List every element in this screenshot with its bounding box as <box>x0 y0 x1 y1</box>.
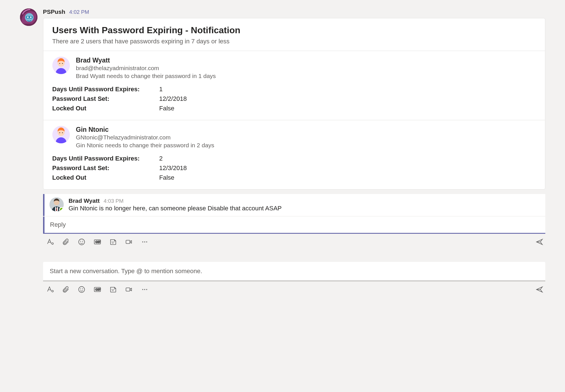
svg-point-8 <box>62 63 63 64</box>
reply-message: Brad Wyatt 4:03 PM Gin Ntonic is no long… <box>43 194 545 216</box>
presence-available-icon <box>59 207 64 211</box>
svg-point-36 <box>146 289 147 290</box>
svg-point-35 <box>144 289 145 290</box>
svg-point-31 <box>112 289 112 289</box>
svg-point-27 <box>80 289 81 289</box>
fact-label-days: Days Until Password Expires: <box>52 155 159 162</box>
svg-point-23 <box>142 241 143 242</box>
fact-label-days: Days Until Password Expires: <box>52 86 159 93</box>
svg-text:GIF: GIF <box>95 288 101 291</box>
fact-set: Days Until Password Expires: 2 Password … <box>52 154 536 182</box>
svg-point-17 <box>82 241 82 241</box>
thread: PSPush 4:02 PM Users With Password Expir… <box>20 8 545 190</box>
svg-point-32 <box>113 289 114 289</box>
fact-label-last-set: Password Last Set: <box>52 95 159 103</box>
reply-compose-bar: GIF <box>43 234 545 246</box>
svg-rect-33 <box>126 288 130 291</box>
fact-set: Days Until Password Expires: 1 Password … <box>52 84 536 113</box>
fact-value-locked: False <box>159 174 175 181</box>
sticker-icon[interactable] <box>109 285 117 294</box>
new-convo-compose-bar: GIF <box>43 281 545 294</box>
message-time: 4:02 PM <box>69 9 89 15</box>
gif-icon[interactable]: GIF <box>93 285 102 294</box>
svg-point-7 <box>59 63 60 64</box>
user-note: Gin Ntonic needs to change their passwor… <box>76 142 214 149</box>
user-email: brad@thelazyadministrator.com <box>76 65 216 72</box>
sticker-icon[interactable] <box>109 238 117 246</box>
fact-value-last-set: 12/2/2018 <box>159 95 187 103</box>
user-avatar <box>52 57 70 74</box>
svg-point-25 <box>146 241 147 242</box>
card-title: Users With Password Expiring - Notificat… <box>52 25 536 35</box>
svg-point-15 <box>79 239 84 245</box>
fact-label-last-set: Password Last Set: <box>52 164 159 172</box>
emoji-icon[interactable] <box>77 285 86 294</box>
svg-point-20 <box>112 242 112 242</box>
svg-rect-3 <box>27 17 29 18</box>
fact-value-last-set: 12/3/2018 <box>159 164 187 172</box>
fact-label-locked: Locked Out <box>52 174 159 181</box>
fact-value-days: 2 <box>159 155 163 162</box>
bot-avatar <box>20 8 37 26</box>
fact-label-locked: Locked Out <box>52 105 159 112</box>
card-user-section: Brad Wyatt brad@thelazyadministrator.com… <box>43 51 545 120</box>
user-note: Brad Wyatt needs to change their passwor… <box>76 73 216 79</box>
card-subtitle: There are 2 users that have passwords ex… <box>52 38 536 45</box>
message-header: PSPush 4:02 PM <box>43 8 545 15</box>
svg-point-11 <box>59 132 60 133</box>
svg-point-24 <box>144 241 145 242</box>
meet-now-icon[interactable] <box>125 238 133 246</box>
card-user-section: Gin Ntonic GNtonic@Thelazyadministrator.… <box>43 120 545 189</box>
svg-point-28 <box>82 289 82 289</box>
adaptive-card: Users With Password Expiring - Notificat… <box>43 18 545 190</box>
reply-time: 4:03 PM <box>104 198 124 204</box>
more-icon[interactable] <box>140 285 149 294</box>
reply-author: Brad Wyatt <box>69 197 100 204</box>
format-icon[interactable] <box>46 238 54 246</box>
new-conversation-input[interactable] <box>43 262 545 281</box>
svg-point-26 <box>79 287 84 293</box>
user-avatar <box>52 126 70 143</box>
attach-icon[interactable] <box>62 285 70 294</box>
svg-point-34 <box>142 289 143 290</box>
user-email: GNtonic@Thelazyadministrator.com <box>76 134 214 141</box>
more-icon[interactable] <box>140 238 149 246</box>
reply-text: Gin Ntonic is no longer here, can someon… <box>69 205 282 212</box>
svg-rect-22 <box>126 240 130 244</box>
send-icon[interactable] <box>535 285 544 294</box>
svg-rect-4 <box>30 17 32 18</box>
attach-icon[interactable] <box>62 238 70 246</box>
user-name: Gin Ntonic <box>76 126 214 133</box>
send-icon[interactable] <box>535 238 544 246</box>
message-author: PSPush <box>43 8 65 15</box>
format-icon[interactable] <box>46 285 54 294</box>
svg-point-12 <box>62 132 63 133</box>
fact-value-locked: False <box>159 105 175 112</box>
meet-now-icon[interactable] <box>125 285 133 294</box>
reply-avatar <box>50 197 64 211</box>
user-name: Brad Wyatt <box>76 57 216 64</box>
reply-input[interactable] <box>43 217 545 234</box>
svg-point-21 <box>113 242 114 242</box>
fact-value-days: 1 <box>159 86 163 93</box>
gif-icon[interactable]: GIF <box>93 238 102 246</box>
svg-point-16 <box>80 241 81 241</box>
emoji-icon[interactable] <box>77 238 86 246</box>
svg-text:GIF: GIF <box>95 240 101 244</box>
